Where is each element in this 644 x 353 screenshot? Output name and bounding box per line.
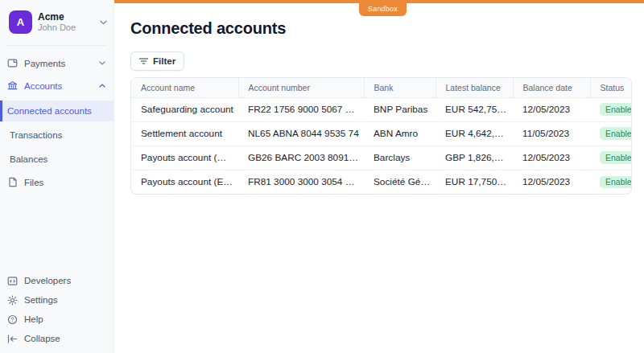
- cell-account-name: Settlement account: [131, 121, 238, 146]
- file-icon: [7, 177, 18, 187]
- footer-item-label: Developers: [24, 276, 71, 285]
- sidebar-item-balances[interactable]: Balances: [0, 149, 114, 170]
- chevron-down-icon: [99, 61, 105, 65]
- cell-bank: Barclays: [364, 146, 436, 170]
- sidebar-item-label: Accounts: [24, 81, 99, 91]
- sidebar-item-payments[interactable]: Payments: [0, 54, 114, 72]
- sidebar-item-label: Payments: [24, 59, 99, 68]
- org-text: Acme John Doe: [38, 11, 100, 33]
- cell-bank: Société Générale: [364, 170, 436, 194]
- avatar: A: [9, 10, 32, 34]
- main-content: Connected accounts Filter Account name A…: [114, 0, 644, 353]
- column-header-latest-balance[interactable]: Latest balance: [436, 78, 513, 97]
- cell-latest-balance: EUR 17,750.37: [436, 170, 513, 194]
- subnav-label: Transactions: [10, 130, 62, 140]
- table-row[interactable]: Settlement account NL65 ABNA 8044 9535 7…: [131, 121, 632, 146]
- sidebar-collapse-button[interactable]: Collapse: [0, 329, 114, 348]
- column-header-bank[interactable]: Bank: [364, 78, 436, 97]
- gear-icon: [7, 295, 18, 306]
- status-badge: Enabled: [600, 127, 632, 140]
- status-badge: Enabled: [600, 176, 632, 189]
- column-header-account-number[interactable]: Account number: [238, 78, 364, 97]
- table-body: Safeguarding account FR22 1756 9000 5067…: [131, 97, 632, 194]
- cell-account-number: FR81 3000 3000 3054 4451 4538 ...: [238, 170, 364, 194]
- chevron-up-icon: [99, 84, 105, 88]
- cell-latest-balance: EUR 4,642,021.50: [436, 121, 513, 146]
- sidebar-item-transactions[interactable]: Transactions: [0, 125, 114, 146]
- sidebar: A Acme John Doe Payments Accounts: [0, 0, 114, 353]
- sidebar-item-help[interactable]: Help: [0, 310, 114, 329]
- table-header: Account name Account number Bank Latest …: [131, 78, 632, 97]
- cell-balance-date: 12/05/2023: [513, 146, 590, 170]
- sandbox-badge: Sandbox: [359, 2, 407, 16]
- footer-item-label: Settings: [24, 295, 58, 305]
- collapse-left-icon: [7, 334, 18, 344]
- cell-bank: ABN Amro: [364, 121, 436, 146]
- sidebar-item-files[interactable]: Files: [0, 173, 114, 191]
- help-circle-icon: [7, 314, 18, 325]
- org-name: Acme: [38, 11, 100, 23]
- cell-latest-balance: GBP 1,826,901.71: [436, 146, 513, 170]
- subnav-label: Connected accounts: [7, 106, 92, 116]
- status-badge: Enabled: [600, 103, 632, 116]
- table-row[interactable]: Payouts account (GBP) GB26 BARC 2003 809…: [131, 146, 632, 170]
- filter-button[interactable]: Filter: [130, 51, 184, 71]
- sidebar-item-settings[interactable]: Settings: [0, 290, 114, 310]
- cell-latest-balance: EUR 542,750.92: [436, 97, 513, 121]
- org-switcher[interactable]: A Acme John Doe: [0, 0, 114, 43]
- cell-account-number: FR22 1756 9000 5067 7443 5158 ...: [238, 97, 364, 121]
- accounts-table: Account name Account number Bank Latest …: [130, 77, 632, 195]
- sidebar-divider: [6, 45, 107, 46]
- sidebar-item-accounts[interactable]: Accounts: [0, 76, 114, 95]
- app-window: A Acme John Doe Payments Accounts: [0, 0, 644, 353]
- table-row[interactable]: Payouts account (EUR) FR81 3000 3000 305…: [131, 170, 632, 194]
- sidebar-item-label: Files: [24, 178, 105, 187]
- subnav-label: Balances: [10, 154, 47, 164]
- sidebar-item-connected-accounts[interactable]: Connected accounts: [0, 101, 114, 121]
- sidebar-item-developers[interactable]: Developers: [0, 271, 114, 290]
- footer-item-label: Help: [24, 314, 43, 324]
- cell-balance-date: 12/05/2023: [513, 97, 590, 121]
- sidebar-footer: Developers Settings Help Collapse: [0, 271, 114, 353]
- org-user: John Doe: [38, 23, 100, 33]
- cell-balance-date: 12/05/2023: [513, 170, 590, 194]
- page-title: Connected accounts: [130, 19, 632, 38]
- cell-bank: BNP Paribas: [364, 97, 436, 121]
- table-row[interactable]: Safeguarding account FR22 1756 9000 5067…: [131, 97, 632, 121]
- cell-balance-date: 11/05/2023: [513, 121, 590, 146]
- chevron-down-icon: [100, 20, 107, 25]
- footer-item-label: Collapse: [24, 334, 60, 343]
- column-header-balance-date[interactable]: Balance date: [513, 78, 590, 97]
- cell-account-name: Payouts account (EUR): [131, 170, 238, 194]
- column-header-account-name[interactable]: Account name: [131, 78, 238, 97]
- bank-icon: [7, 80, 18, 91]
- cell-account-number: NL65 ABNA 8044 9535 74: [238, 121, 364, 146]
- cell-account-name: Safeguarding account: [131, 97, 238, 121]
- cell-account-number: GB26 BARC 2003 8091 6276 18: [238, 146, 364, 170]
- code-window-icon: [7, 276, 18, 286]
- card-icon: [7, 58, 18, 68]
- column-header-status[interactable]: Status: [590, 78, 632, 97]
- filter-icon: [139, 58, 148, 64]
- status-badge: Enabled: [600, 151, 632, 164]
- cell-account-name: Payouts account (GBP): [131, 146, 238, 170]
- filter-button-label: Filter: [153, 56, 175, 66]
